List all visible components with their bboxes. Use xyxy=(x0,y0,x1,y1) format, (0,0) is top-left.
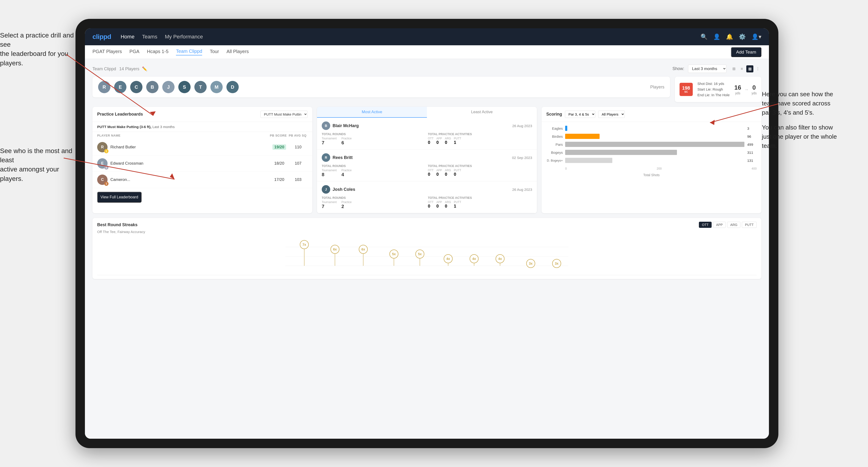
putt-val-3: 1 xyxy=(454,204,461,209)
pill-arg[interactable]: ARG xyxy=(727,222,740,228)
subnav: PGAT Players PGA Hcaps 1-5 Team Clippd T… xyxy=(85,45,769,59)
total-rounds-label-2: Total Rounds xyxy=(322,164,426,168)
tab-most-active[interactable]: Most Active xyxy=(317,107,427,118)
leaderboard-subtitle: PUTT Must Make Putting (3-6 ft), Last 3 … xyxy=(92,122,312,132)
subnav-hcaps[interactable]: Hcaps 1-5 xyxy=(147,49,168,55)
nav-home[interactable]: Home xyxy=(121,34,134,40)
player-avatar-7[interactable]: T xyxy=(194,81,207,93)
scoring-title: Scoring xyxy=(546,112,562,117)
svg-text:3x: 3x xyxy=(555,261,559,266)
subnav-pgat[interactable]: PGAT Players xyxy=(92,49,122,55)
activity-stats-3: Total Rounds Tournament 7 Practice 2 xyxy=(322,196,532,209)
player-avatar-8[interactable]: M xyxy=(210,81,223,93)
chart-val-bogeys: 311 xyxy=(747,151,757,154)
nav-teams[interactable]: Teams xyxy=(142,34,157,40)
lb-score-1: 19/20 xyxy=(270,145,289,150)
activity-player-1-header: B Blair McHarg 26 Aug 2023 xyxy=(322,121,532,130)
player-avatar-6[interactable]: S xyxy=(178,81,191,93)
chart-bar-pars-container xyxy=(565,142,745,147)
practice-activities-3: OTT0 APP0 ARG0 PUTT1 xyxy=(428,200,532,209)
add-team-button[interactable]: Add Team xyxy=(731,47,762,57)
activity-player-3: J Josh Coles 26 Aug 2023 Total Rounds To… xyxy=(317,181,537,213)
activity-stats-2: Total Rounds Tournament 8 Practice 4 xyxy=(322,164,532,177)
svg-text:4x: 4x xyxy=(498,257,502,261)
player-avatar-3[interactable]: C xyxy=(130,81,143,93)
settings-icon[interactable]: ⚙️ xyxy=(739,33,746,40)
pill-app[interactable]: APP xyxy=(713,222,726,228)
shot-card: 198 SC Shot Dist: 16 yds Start Lie: Roug… xyxy=(675,76,762,102)
player-avatar-9[interactable]: D xyxy=(226,81,239,93)
chart-bar-bogeys-container xyxy=(565,150,745,155)
grid-view-icon[interactable]: ⊞ xyxy=(730,65,737,72)
view-icons: ⊞ ≡ ▦ ⋮ xyxy=(730,65,762,72)
lb-player-1: R 1 Richard Butler xyxy=(97,142,270,152)
practice-lbl-2: Practice xyxy=(341,168,351,172)
activity-avatar-1: B xyxy=(322,121,330,130)
person-icon[interactable]: 👤 xyxy=(713,33,720,40)
lb-score-val-2: 18/20 xyxy=(274,161,284,165)
scoring-filter2[interactable]: All Players xyxy=(598,111,625,118)
show-select[interactable]: Last 3 months Last 6 months Last 12 mont… xyxy=(688,65,726,73)
scoring-filter1[interactable]: Par 3, 4 & 5s xyxy=(565,111,595,118)
three-col-section: Practice Leaderboards PUTT Must Make Put… xyxy=(92,107,762,213)
arg-val-2: 0 xyxy=(445,172,451,177)
chart-bar-pars xyxy=(565,142,744,147)
practice-lbl-1: Practice xyxy=(341,137,351,140)
subnav-team-clippd[interactable]: Team Clippd xyxy=(176,49,202,55)
annotation-top-left: Select a practice drill and see the lead… xyxy=(0,31,75,68)
player-avatar-4[interactable]: B xyxy=(146,81,158,93)
table-view-icon[interactable]: ⋮ xyxy=(754,65,762,72)
tab-least-active[interactable]: Least Active xyxy=(427,107,537,118)
tournament-val-3: 7 xyxy=(322,204,337,209)
lb-avg-2: 107 xyxy=(289,161,308,166)
annotation-bottom-left: See who is the most and least active amo… xyxy=(0,146,75,183)
pill-ott[interactable]: OTT xyxy=(699,222,712,228)
chart-val-pars: 499 xyxy=(747,143,757,147)
nav-my-performance[interactable]: My Performance xyxy=(165,34,203,40)
practice-lbl-3: Practice xyxy=(341,200,351,204)
player-avatar-1[interactable]: R xyxy=(98,81,111,93)
edit-icon[interactable]: ✏️ xyxy=(142,66,147,71)
subnav-pga[interactable]: PGA xyxy=(129,49,140,55)
rounds-values-1: Tournament 7 Practice 6 xyxy=(322,137,426,146)
chart-bar-birdies-container xyxy=(565,134,745,139)
player-avatar-5[interactable]: J xyxy=(162,81,175,93)
tournament-lbl-3: Tournament xyxy=(322,200,337,204)
tablet-frame: clippd Home Teams My Performance 🔍 👤 🔔 ⚙… xyxy=(75,19,778,448)
total-practice-3: Total Practice Activities OTT0 APP0 ARG0… xyxy=(428,196,532,209)
putt-col-1: PUTT 1 xyxy=(454,137,461,145)
player-avatar-2[interactable]: E xyxy=(114,81,126,93)
players-label: Players xyxy=(650,85,664,90)
pill-putt[interactable]: PUTT xyxy=(742,222,757,228)
app-val-2: 0 xyxy=(436,172,442,177)
lb-player-3: C 3 Cameron... xyxy=(97,175,270,185)
chart-val-birdies: 96 xyxy=(747,134,757,138)
activity-player-2: R Rees Britt 02 Sep 2023 Total Rounds To… xyxy=(317,150,537,181)
total-rounds-1: Total Rounds Tournament 7 Practice 6 xyxy=(322,132,426,146)
app-val-3: 0 xyxy=(436,204,442,209)
search-icon[interactable]: 🔍 xyxy=(701,33,708,40)
shot-dist3: End Lie: In The Hole xyxy=(698,92,730,98)
list-view-icon[interactable]: ≡ xyxy=(738,65,745,72)
axis-400: 400 xyxy=(751,167,757,170)
ott-val-3: 0 xyxy=(428,204,434,209)
annotation-right: Here you can see how the team have score… xyxy=(762,90,868,151)
navbar-links: Home Teams My Performance xyxy=(121,34,691,40)
leaderboard-header: Practice Leaderboards PUTT Must Make Put… xyxy=(92,107,312,122)
avatar-icon[interactable]: 👤▾ xyxy=(751,33,762,40)
rounds-values-3: Tournament 7 Practice 2 xyxy=(322,200,426,209)
subnav-all-players[interactable]: All Players xyxy=(226,49,249,55)
subnav-tour[interactable]: Tour xyxy=(210,49,219,55)
arg-col-1: ARG 0 xyxy=(445,137,451,145)
shot-badge-num: 198 xyxy=(682,86,690,90)
view-full-leaderboard-button[interactable]: View Full Leaderboard xyxy=(97,192,142,203)
svg-text:5x: 5x xyxy=(392,252,396,256)
scoring-header: Scoring Par 3, 4 & 5s All Players xyxy=(541,107,762,122)
drill-select[interactable]: PUTT Must Make Putting... xyxy=(260,111,308,118)
bell-icon[interactable]: 🔔 xyxy=(726,33,733,40)
shot-arrow: → xyxy=(744,84,749,95)
card-view-icon[interactable]: ▦ xyxy=(746,65,753,72)
svg-text:6x: 6x xyxy=(333,247,337,251)
total-practice-1: Total Practice Activities OTT 0 APP 0 xyxy=(428,132,532,146)
axis-200: 200 xyxy=(657,167,662,170)
